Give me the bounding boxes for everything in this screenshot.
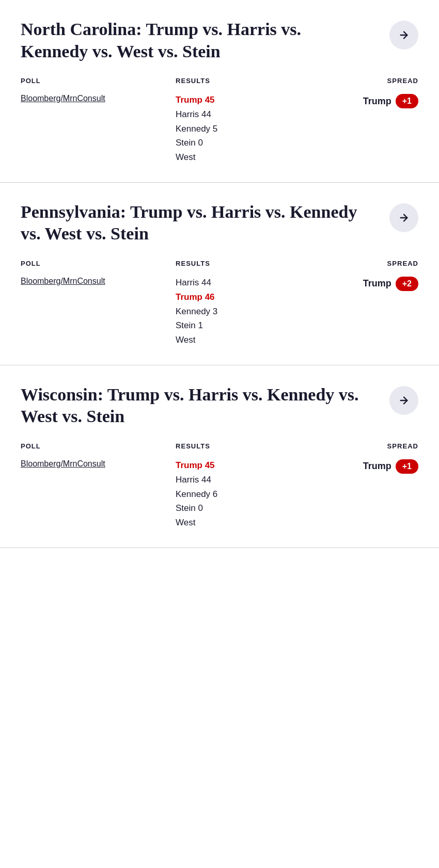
poll-source-link[interactable]: Bloomberg/MrnConsult [21,94,176,103]
result-item-2: Kennedy 3 [176,306,297,318]
arrow-button[interactable] [389,386,418,415]
spread-column: Trump+1 [297,459,418,474]
result-item-0: Trump 45 [176,459,297,472]
spread-badge: +2 [396,277,418,291]
results-column-header: RESULTS [176,77,297,85]
section-header: Pennsylvania: Trump vs. Harris vs. Kenne… [21,201,418,245]
poll-section-wisconsin: Wisconsin: Trump vs. Harris vs. Kennedy … [0,365,439,548]
spread-column: Trump+2 [297,277,418,291]
spread-who-label: Trump [363,461,391,472]
section-header: North Carolina: Trump vs. Harris vs. Ken… [21,19,418,62]
results-column: Trump 45Harris 44Kennedy 6Stein 0West [176,459,297,529]
result-item-2: Kennedy 6 [176,488,297,501]
spread-who-label: Trump [363,278,391,289]
spread-who-label: Trump [363,96,391,107]
spread-badge: +1 [396,94,418,108]
table-row: Bloomberg/MrnConsultTrump 45Harris 44Ken… [21,455,418,529]
result-item-4: West [176,334,297,346]
arrow-right-icon [398,29,410,41]
table-row: Bloomberg/MrnConsultTrump 45Harris 44Ken… [21,90,418,164]
result-item-1: Harris 44 [176,108,297,121]
results-column: Harris 44Trump 46Kennedy 3Stein 1West [176,277,297,346]
poll-column-header: POLL [21,442,176,450]
result-item-1: Trump 46 [176,291,297,303]
result-item-4: West [176,517,297,529]
results-column-header: RESULTS [176,260,297,267]
poll-section-pennsylvania: Pennsylvania: Trump vs. Harris vs. Kenne… [0,183,439,365]
table-header-row: POLLRESULTSSPREAD [21,442,418,450]
table-row: Bloomberg/MrnConsultHarris 44Trump 46Ken… [21,272,418,346]
poll-table: POLLRESULTSSPREADBloomberg/MrnConsultTru… [21,442,418,529]
poll-table: POLLRESULTSSPREADBloomberg/MrnConsultHar… [21,260,418,346]
result-item-0: Trump 45 [176,94,297,106]
poll-source-link[interactable]: Bloomberg/MrnConsult [21,459,176,469]
result-item-3: Stein 0 [176,502,297,515]
result-item-0: Harris 44 [176,277,297,289]
spread-column-header: SPREAD [297,77,418,85]
results-column-header: RESULTS [176,442,297,450]
result-item-3: Stein 0 [176,137,297,149]
spread-column-header: SPREAD [297,442,418,450]
arrow-button[interactable] [389,203,418,232]
poll-section-north-carolina: North Carolina: Trump vs. Harris vs. Ken… [0,0,439,183]
poll-table: POLLRESULTSSPREADBloomberg/MrnConsultTru… [21,77,418,164]
section-title: Wisconsin: Trump vs. Harris vs. Kennedy … [21,384,372,428]
result-item-3: Stein 1 [176,319,297,332]
arrow-button[interactable] [389,21,418,50]
arrow-right-icon [398,395,410,406]
section-header: Wisconsin: Trump vs. Harris vs. Kennedy … [21,384,418,428]
table-header-row: POLLRESULTSSPREAD [21,77,418,85]
arrow-right-icon [398,212,410,223]
results-column: Trump 45Harris 44Kennedy 5Stein 0West [176,94,297,164]
poll-source-link[interactable]: Bloomberg/MrnConsult [21,277,176,286]
result-item-2: Kennedy 5 [176,123,297,135]
section-title: Pennsylvania: Trump vs. Harris vs. Kenne… [21,201,372,245]
result-item-1: Harris 44 [176,474,297,486]
poll-column-header: POLL [21,77,176,85]
section-title: North Carolina: Trump vs. Harris vs. Ken… [21,19,372,62]
spread-column-header: SPREAD [297,260,418,267]
poll-column-header: POLL [21,260,176,267]
spread-column: Trump+1 [297,94,418,108]
result-item-4: West [176,151,297,164]
spread-badge: +1 [396,459,418,474]
table-header-row: POLLRESULTSSPREAD [21,260,418,267]
